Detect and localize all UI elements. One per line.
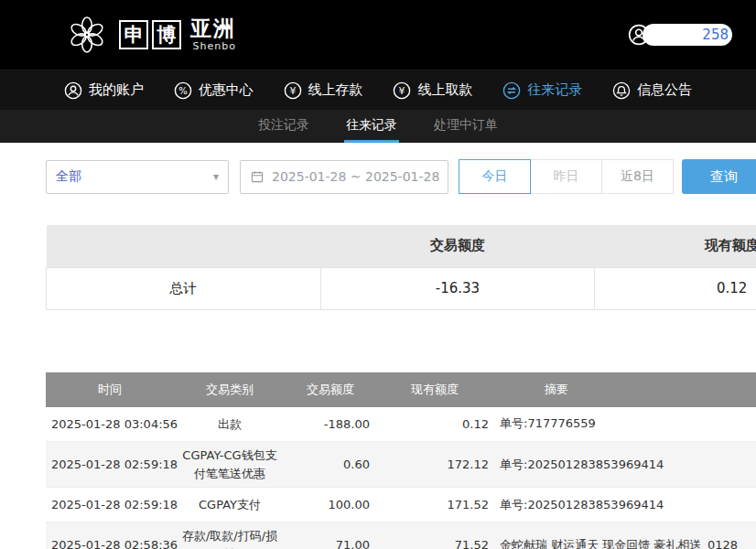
tab-label: 投注记录: [258, 117, 309, 134]
brand-latin: Shenbo: [193, 40, 236, 52]
table-row: 2025-01-28 02:59:18 CGPAY-CG钱包支付笔笔送优惠 0.…: [46, 442, 756, 488]
records-header-row: 时间 交易类别 交易额度 现有额度 摘要: [46, 372, 756, 407]
cell-summary: 金蛇献瑞 财运通天 现金回馈 豪礼相送_0128: [494, 522, 756, 549]
cell-balance: 71.52: [375, 522, 494, 549]
summary-total-label: 总计: [47, 267, 321, 309]
col-header-summary: 摘要: [494, 372, 756, 407]
col-header-amount: 交易额度: [286, 372, 375, 407]
tab-processing-orders[interactable]: 处理中订单: [432, 110, 500, 143]
top-header: 申 博 亚洲 Shenbo 258: [0, 0, 756, 70]
table-row: 2025-01-28 02:59:18 CGPAY支付 100.00 171.5…: [46, 488, 756, 522]
nav-item-announcements[interactable]: 信息公告: [612, 81, 692, 100]
search-button[interactable]: 查询: [682, 159, 756, 194]
cell-amount: -188.00: [286, 407, 375, 442]
cell-balance: 171.52: [375, 488, 494, 522]
summary-table: 交易额度 现有额度 总计 -16.33 0.12: [46, 225, 756, 310]
record-type-value: 全部: [56, 168, 81, 185]
cell-amount: 100.00: [286, 488, 375, 522]
last-8-days-button[interactable]: 近8日: [601, 159, 674, 194]
nav-item-online-withdrawal[interactable]: ¥ 线上取款: [393, 81, 472, 100]
svg-text:%: %: [178, 85, 188, 95]
summary-total-row: 总计 -16.33 0.12: [47, 267, 756, 309]
cell-type: CGPAY-CG钱包支付笔笔送优惠: [174, 442, 286, 488]
cell-type: 出款: [174, 407, 286, 442]
date-range-input[interactable]: 2025-01-28 ~ 2025-01-28: [240, 160, 448, 194]
cell-time: 2025-01-28 03:04:56: [46, 407, 174, 442]
user-account[interactable]: 258: [628, 24, 732, 46]
content-area: 全部 ▾ 2025-01-28 ~ 2025-01-28 今日 昨日 近8日 查…: [0, 143, 756, 549]
nav-item-label: 线上取款: [417, 81, 472, 99]
nav-item-label: 优惠中心: [199, 81, 254, 99]
svg-text:¥: ¥: [399, 84, 405, 96]
brand-text-group: 亚洲 Shenbo: [190, 17, 236, 52]
summary-header-balance: 现有额度: [595, 225, 756, 267]
col-header-balance: 现有额度: [375, 372, 494, 407]
calendar-icon: [250, 169, 265, 184]
today-button[interactable]: 今日: [459, 159, 531, 194]
nav-item-label: 信息公告: [637, 81, 692, 99]
nav-item-transaction-records[interactable]: 往来记录: [502, 81, 582, 100]
cell-summary: 单号:717776559: [494, 407, 756, 442]
nav-item-label: 我的账户: [89, 81, 144, 99]
table-row: 2025-01-28 03:04:56 出款 -188.00 0.12 单号:7…: [46, 407, 756, 442]
flower-logo-icon: [66, 14, 108, 56]
sub-nav: 投注记录 往来记录 处理中订单: [0, 110, 756, 143]
tab-betting-records[interactable]: 投注记录: [256, 110, 311, 143]
username-suffix: 258: [702, 27, 729, 43]
filter-bar: 全部 ▾ 2025-01-28 ~ 2025-01-28 今日 昨日 近8日 查…: [46, 159, 756, 194]
summary-total-amount: -16.33: [320, 267, 595, 309]
promo-icon: %: [174, 81, 192, 100]
transfer-arrows-icon: [502, 81, 521, 100]
nav-item-promotions[interactable]: % 优惠中心: [174, 81, 254, 100]
svg-text:¥: ¥: [289, 84, 296, 96]
table-row: 2025-01-28 02:58:36 存款/取款/打码/损益 71.00 71…: [46, 522, 756, 549]
nav-item-label: 线上存款: [308, 81, 363, 99]
summary-total-balance: 0.12: [595, 267, 756, 309]
tab-label: 往来记录: [346, 117, 397, 134]
cell-time: 2025-01-28 02:58:36: [46, 522, 174, 549]
cell-balance: 172.12: [375, 442, 494, 488]
quick-date-group: 今日 昨日 近8日: [459, 159, 674, 194]
brand-region: 亚洲: [190, 17, 236, 40]
withdraw-coin-icon: ¥: [393, 81, 411, 100]
user-icon: [64, 81, 82, 100]
bell-icon: [612, 81, 631, 100]
tab-transaction-records[interactable]: 往来记录: [344, 110, 399, 143]
cell-time: 2025-01-28 02:59:18: [46, 442, 174, 488]
cell-balance: 0.12: [375, 407, 494, 442]
col-header-type: 交易类别: [174, 372, 286, 407]
summary-header-row: 交易额度 现有额度: [47, 225, 756, 267]
brand-logo[interactable]: 申 博 亚洲 Shenbo: [66, 14, 236, 56]
nav-item-my-account[interactable]: 我的账户: [64, 81, 144, 100]
tab-label: 处理中订单: [434, 117, 498, 134]
cell-summary: 单号:202501283853969414: [494, 442, 756, 488]
cell-type: CGPAY支付: [174, 488, 286, 522]
deposit-coin-icon: ¥: [284, 81, 302, 100]
page: 申 博 亚洲 Shenbo 258 我的账户: [0, 0, 756, 549]
date-range-value: 2025-01-28 ~ 2025-01-28: [272, 169, 439, 184]
cell-type: 存款/取款/打码/损益: [174, 522, 286, 549]
nav-item-label: 往来记录: [527, 81, 582, 99]
records-table: 时间 交易类别 交易额度 现有额度 摘要 2025-01-28 03:04:56…: [46, 372, 756, 549]
cell-time: 2025-01-28 02:59:18: [46, 488, 174, 522]
col-header-time: 时间: [46, 372, 174, 407]
cell-amount: 71.00: [286, 522, 375, 549]
nav-item-online-deposit[interactable]: ¥ 线上存款: [284, 81, 363, 100]
summary-header-amount: 交易额度: [320, 225, 595, 267]
username-masked: 258: [643, 24, 732, 46]
yesterday-button[interactable]: 昨日: [530, 159, 602, 194]
cell-amount: 0.60: [286, 442, 375, 488]
chevron-down-icon: ▾: [213, 170, 219, 183]
cell-summary: 单号:202501283853969414: [494, 488, 756, 522]
main-nav: 我的账户 % 优惠中心 ¥ 线上存款 ¥ 线上取款: [0, 70, 756, 110]
record-type-select[interactable]: 全部 ▾: [46, 160, 229, 194]
brand-char-box-1: 申: [119, 20, 148, 49]
summary-header-blank: [47, 225, 321, 267]
brand-char-box-2: 博: [152, 20, 181, 49]
